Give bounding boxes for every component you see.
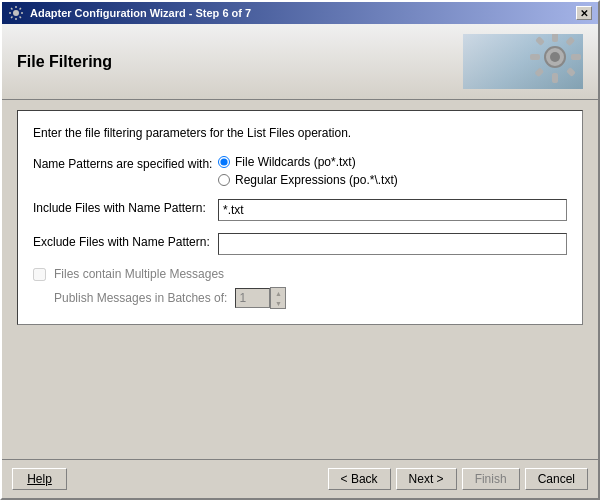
radio-wildcards-input[interactable]	[218, 156, 230, 168]
app-icon	[8, 5, 24, 21]
svg-rect-3	[552, 34, 558, 42]
svg-rect-4	[552, 73, 558, 83]
help-button[interactable]: Help	[12, 468, 67, 490]
batch-label: Publish Messages in Batches of:	[54, 291, 227, 305]
radio-wildcards-label: File Wildcards (po*.txt)	[235, 155, 356, 169]
radio-wildcards-item[interactable]: File Wildcards (po*.txt)	[218, 155, 398, 169]
footer-right: < Back Next > Finish Cancel	[328, 468, 588, 490]
name-patterns-label: Name Patterns are specified with:	[33, 155, 218, 171]
exclude-files-row: Exclude Files with Name Pattern:	[33, 233, 567, 255]
svg-rect-6	[571, 54, 581, 60]
batch-value-input	[235, 288, 270, 308]
svg-rect-10	[565, 36, 575, 46]
wizard-window: Adapter Configuration Wizard - Step 6 of…	[0, 0, 600, 500]
disabled-section: Files contain Multiple Messages Publish …	[33, 267, 567, 309]
multiple-messages-label: Files contain Multiple Messages	[54, 267, 224, 281]
radio-regex-label: Regular Expressions (po.*\.txt)	[235, 173, 398, 187]
multiple-messages-checkbox	[33, 268, 46, 281]
exclude-files-input[interactable]	[218, 233, 567, 255]
gear-icon	[528, 34, 583, 89]
exclude-files-label: Exclude Files with Name Pattern:	[33, 233, 218, 249]
title-bar: Adapter Configuration Wizard - Step 6 of…	[2, 2, 598, 24]
svg-point-0	[13, 10, 19, 16]
include-files-row: Include Files with Name Pattern:	[33, 199, 567, 221]
radio-group: File Wildcards (po*.txt) Regular Express…	[218, 155, 398, 187]
footer-left: Help	[12, 468, 67, 490]
form-panel: Enter the file filtering parameters for …	[17, 110, 583, 325]
finish-button: Finish	[462, 468, 520, 490]
svg-rect-8	[566, 67, 576, 77]
title-bar-left: Adapter Configuration Wizard - Step 6 of…	[8, 5, 251, 21]
include-files-label: Include Files with Name Pattern:	[33, 199, 218, 215]
help-label: Help	[27, 472, 52, 486]
svg-point-2	[550, 52, 560, 62]
include-files-input[interactable]	[218, 199, 567, 221]
batch-row: Publish Messages in Batches of: ▲ ▼	[33, 287, 567, 309]
next-button[interactable]: Next >	[396, 468, 457, 490]
svg-rect-7	[535, 36, 545, 46]
header-graphic	[463, 34, 583, 89]
radio-regex-item[interactable]: Regular Expressions (po.*\.txt)	[218, 173, 398, 187]
back-button[interactable]: < Back	[328, 468, 391, 490]
name-patterns-row: Name Patterns are specified with: File W…	[33, 155, 567, 187]
cancel-button[interactable]: Cancel	[525, 468, 588, 490]
batch-spinner: ▲ ▼	[235, 287, 286, 309]
page-title: File Filtering	[17, 53, 112, 71]
spinner-down-button: ▼	[271, 298, 285, 308]
header-area: File Filtering	[2, 24, 598, 100]
spinner-up-button: ▲	[271, 288, 285, 298]
multiple-messages-row: Files contain Multiple Messages	[33, 267, 567, 281]
footer: Help < Back Next > Finish Cancel	[2, 459, 598, 498]
content-area: Enter the file filtering parameters for …	[2, 100, 598, 459]
window-title: Adapter Configuration Wizard - Step 6 of…	[30, 7, 251, 19]
description-text: Enter the file filtering parameters for …	[33, 126, 567, 140]
svg-rect-9	[534, 67, 544, 77]
spinner-buttons: ▲ ▼	[270, 287, 286, 309]
radio-regex-input[interactable]	[218, 174, 230, 186]
close-button[interactable]: ✕	[576, 6, 592, 20]
svg-rect-5	[530, 54, 540, 60]
